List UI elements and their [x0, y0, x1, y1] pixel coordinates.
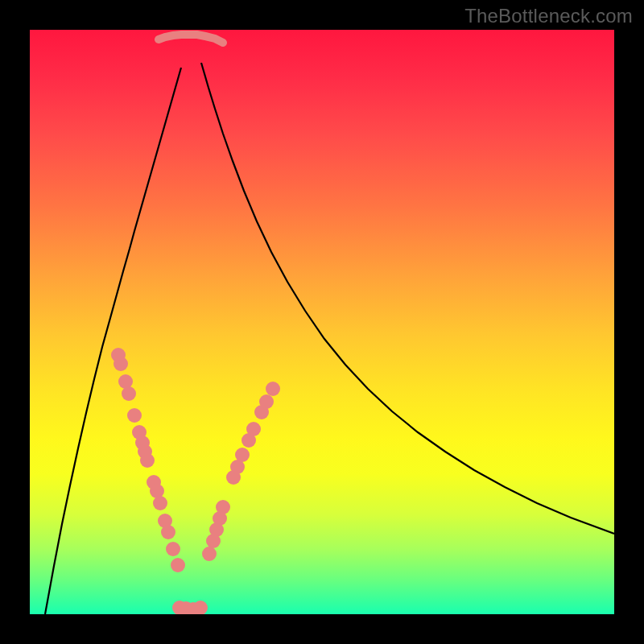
data-dot — [114, 357, 128, 371]
chart-svg — [30, 30, 614, 614]
series-left-curve — [45, 68, 181, 614]
data-dot — [127, 408, 142, 423]
plot-area — [30, 30, 614, 614]
data-dot — [161, 525, 175, 539]
watermark-text: TheBottleneck.com — [464, 5, 633, 27]
dot-group — [111, 348, 280, 614]
chart-frame: TheBottleneck.com — [0, 0, 644, 644]
data-dot — [171, 558, 185, 572]
data-dot — [140, 453, 155, 468]
data-dot — [166, 542, 180, 556]
data-dot — [216, 500, 230, 514]
series-right-curve — [201, 63, 614, 534]
curve-group — [45, 35, 614, 614]
data-dot — [235, 448, 250, 462]
data-dot — [153, 496, 167, 510]
data-dot — [122, 386, 136, 401]
data-dot — [202, 547, 217, 561]
data-dot — [259, 394, 274, 409]
series-bottom-link — [159, 35, 223, 43]
data-dot — [246, 422, 261, 436]
data-dot — [266, 382, 280, 396]
